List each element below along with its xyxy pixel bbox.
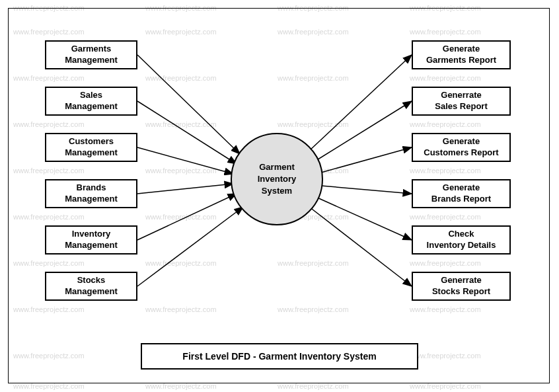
entity-label: InventoryManagement: [65, 229, 117, 251]
diagram-title-box: First Level DFD - Garment Inventory Syst…: [141, 343, 418, 370]
svg-line-5: [137, 194, 237, 240]
svg-line-9: [321, 147, 412, 173]
entity-inventory-details: CheckInventory Details: [412, 225, 511, 255]
entity-label: GenerateBrands Report: [431, 182, 491, 205]
entity-brands-report: GenerateBrands Report: [412, 179, 511, 208]
svg-line-12: [309, 207, 412, 286]
diagram-frame: GarmentsManagement SalesManagement Custo…: [8, 8, 550, 383]
entity-label: BrandsManagement: [65, 182, 117, 205]
entity-customers-report: GenerateCustomers Report: [412, 133, 511, 162]
entity-stocks-management: StocksManagement: [45, 272, 137, 301]
entity-garments-report: GenerateGarments Report: [412, 40, 511, 69]
entity-customers-management: CustomersManagement: [45, 133, 137, 162]
process-garment-inventory-system: GarmentInventorySystem: [231, 133, 323, 225]
entity-sales-report: GenerrateSales Report: [412, 87, 511, 116]
entity-label: GarmentsManagement: [65, 44, 117, 66]
svg-line-6: [137, 207, 243, 286]
entity-label: GenerrateSales Report: [435, 90, 487, 112]
diagram-title: First Level DFD - Garment Inventory Syst…: [182, 351, 376, 362]
entity-inventory-management: InventoryManagement: [45, 225, 137, 255]
svg-line-11: [316, 197, 412, 240]
svg-line-3: [137, 147, 233, 174]
entity-brands-management: BrandsManagement: [45, 179, 137, 208]
entity-stocks-report: GenerrateStocks Report: [412, 272, 511, 301]
entity-sales-management: SalesManagement: [45, 87, 137, 116]
svg-line-7: [309, 55, 412, 151]
entity-label: GenerateCustomers Report: [424, 136, 498, 159]
entity-label: StocksManagement: [65, 275, 117, 297]
entity-label: GenerateGarments Report: [426, 44, 496, 66]
process-label: GarmentInventorySystem: [258, 161, 297, 198]
entity-label: CustomersManagement: [65, 136, 117, 159]
entity-label: CheckInventory Details: [427, 229, 496, 251]
entity-garments-management: GarmentsManagement: [45, 40, 137, 69]
svg-line-1: [137, 55, 240, 154]
svg-line-4: [137, 184, 233, 194]
entity-label: GenerrateStocks Report: [432, 275, 490, 297]
svg-line-2: [137, 101, 237, 164]
svg-line-10: [321, 186, 412, 194]
entity-label: SalesManagement: [65, 90, 117, 112]
